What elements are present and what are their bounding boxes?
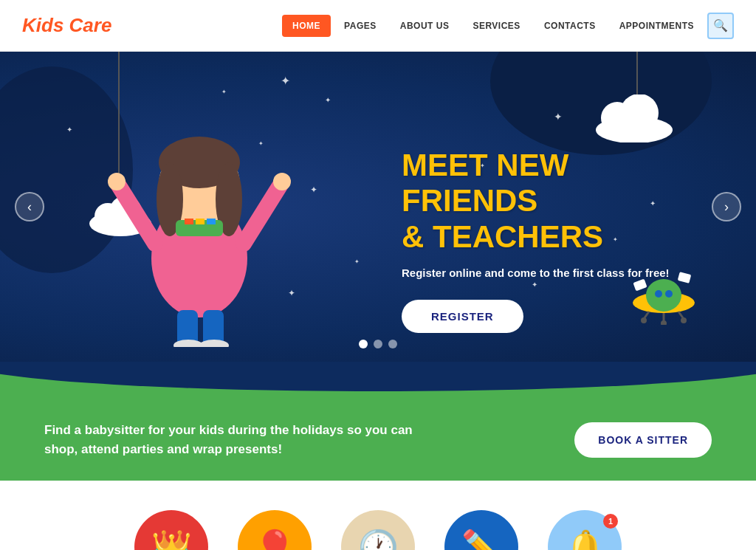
cloud-right	[594, 94, 675, 139]
chevron-right-icon: ›	[724, 199, 729, 215]
pencil-icon: ✏️	[461, 528, 502, 550]
hero-dots	[359, 340, 397, 348]
svg-point-17	[108, 173, 126, 190]
svg-rect-12	[185, 219, 193, 224]
dot-2[interactable]	[374, 340, 382, 348]
nav-item-about[interactable]: ABOUT US	[390, 15, 460, 37]
hero-prev-arrow[interactable]: ‹	[15, 192, 44, 221]
wave-top	[0, 362, 756, 406]
svg-line-15	[118, 185, 155, 244]
balloon-icon: 🎈	[255, 528, 295, 550]
svg-point-26	[665, 290, 673, 298]
svg-point-31	[661, 320, 667, 325]
svg-point-5	[620, 94, 659, 132]
green-section: Find a babysitter for your kids during t…	[0, 362, 756, 481]
nav-item-pages[interactable]: PAGES	[334, 15, 387, 37]
icon-pencil[interactable]: ✏️	[444, 510, 518, 550]
svg-line-16	[244, 185, 281, 244]
green-text: Find a babysitter for your kids during t…	[44, 421, 428, 458]
svg-point-24	[646, 279, 681, 312]
icon-crown[interactable]: 👑	[134, 510, 208, 550]
search-button[interactable]: 🔍	[707, 13, 734, 39]
icon-clock[interactable]: 🕐	[341, 510, 415, 550]
icon-bell[interactable]: 🔔 1	[548, 510, 622, 550]
site-logo[interactable]: Kids Care	[22, 14, 111, 37]
svg-point-25	[655, 290, 662, 298]
hero-next-arrow[interactable]: ›	[712, 192, 741, 221]
bell-badge: 1	[603, 514, 618, 529]
header: Kids Care HOME PAGES ABOUT US SERVICES C…	[0, 0, 756, 52]
icon-balloon[interactable]: 🎈	[238, 510, 312, 550]
svg-point-30	[641, 317, 647, 323]
hero-section: ✦ ✦ ✦ ✦ ✦ ✦ ✦ ✦ ✦ ✦ ✦ ✦ ✦ ✦	[0, 52, 756, 362]
svg-point-32	[681, 317, 687, 323]
nav-item-services[interactable]: SERVICES	[462, 15, 530, 37]
svg-rect-14	[207, 219, 216, 224]
book-sitter-button[interactable]: BOOK A SITTER	[574, 422, 712, 458]
bell-icon: 🔔	[565, 528, 605, 550]
nav-item-contacts[interactable]: CONTACTS	[534, 15, 606, 37]
svg-rect-34	[678, 272, 692, 283]
crown-icon: 👑	[151, 528, 192, 550]
nav-item-appointments[interactable]: APPOINTMENTS	[609, 15, 704, 37]
dot-1[interactable]	[359, 340, 368, 348]
nav-item-home[interactable]: HOME	[282, 15, 331, 37]
hero-title: MEET NEW FRIENDS & TEACHERS	[402, 148, 682, 255]
hero-girl-figure	[96, 81, 303, 347]
dot-3[interactable]	[388, 340, 397, 348]
svg-rect-33	[633, 279, 647, 292]
clock-icon: 🕐	[358, 528, 399, 550]
spaceship-decoration	[630, 266, 697, 325]
main-nav: HOME PAGES ABOUT US SERVICES CONTACTS AP…	[282, 13, 734, 39]
chevron-left-icon: ‹	[27, 199, 32, 215]
register-button[interactable]: REGISTER	[402, 300, 523, 333]
icons-section: 👑 🎈 🕐 ✏️ 🔔 1	[0, 481, 756, 550]
search-icon: 🔍	[713, 18, 728, 32]
hang-string-right	[636, 52, 638, 100]
svg-rect-13	[196, 219, 205, 224]
svg-point-18	[273, 173, 291, 190]
green-content: Find a babysitter for your kids during t…	[0, 406, 756, 481]
